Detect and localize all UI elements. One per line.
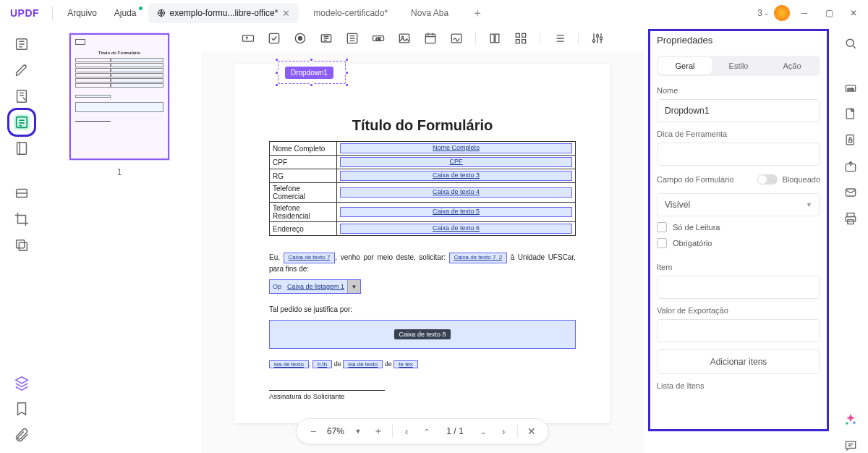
svg-rect-9	[269, 33, 278, 43]
comment-icon[interactable]	[843, 439, 858, 453]
minimize-button[interactable]: ─	[794, 4, 814, 22]
window-count[interactable]: 3 ⌄	[757, 8, 770, 18]
name-input[interactable]	[657, 99, 820, 122]
tab-label: modelo-certificado*	[313, 8, 388, 18]
list-tool-icon[interactable]	[552, 31, 566, 46]
form-mode-icon[interactable]	[14, 114, 30, 130]
form-title: Título do Formulário	[269, 117, 576, 134]
form-field[interactable]: Caixa de texto 5	[340, 207, 572, 217]
menu-help[interactable]: Ajuda	[107, 5, 144, 21]
annotate-icon[interactable]	[14, 62, 30, 78]
export-input[interactable]	[657, 319, 820, 342]
tab-style[interactable]: Estilo	[712, 57, 765, 75]
svg-rect-37	[847, 213, 854, 217]
table-row: EndereçoCaixa de texto 6	[270, 222, 576, 236]
listbox-tool-icon[interactable]	[345, 31, 359, 46]
form-field[interactable]: Caixa de texto 7_2	[449, 253, 508, 263]
button-tool-icon[interactable]: OK	[371, 31, 386, 46]
protect-icon[interactable]	[843, 133, 858, 148]
layers-icon[interactable]	[14, 375, 30, 391]
svg-text:OCR: OCR	[847, 88, 854, 91]
menu-file[interactable]: Arquivo	[60, 5, 104, 21]
grid-tool-icon[interactable]	[514, 31, 528, 46]
property-tabs: Geral Estilo Ação	[657, 56, 820, 76]
checkbox-tool-icon[interactable]	[267, 31, 281, 46]
crop-icon[interactable]	[14, 211, 30, 227]
textarea-field[interactable]: Caixa de texto 8	[269, 320, 576, 349]
tab-close-icon[interactable]: ✕	[282, 8, 290, 19]
form-field[interactable]: CPF	[340, 157, 572, 167]
close-zoom-button[interactable]: ✕	[525, 425, 538, 438]
up-page-button[interactable]: ⌃	[420, 425, 433, 438]
page-indicator[interactable]: 1 / 1	[441, 426, 469, 436]
reader-mode-icon[interactable]	[14, 36, 30, 52]
visibility-select[interactable]: Visível ▼	[657, 193, 820, 216]
radio-tool-icon[interactable]	[293, 31, 307, 46]
readonly-checkbox[interactable]: Só de Leitura	[657, 222, 820, 232]
table-row: RGCaixa de texto 3	[270, 169, 576, 183]
bookmark-icon[interactable]	[14, 401, 30, 417]
dropdown-tool-icon[interactable]	[319, 31, 333, 46]
settings-tool-icon[interactable]	[590, 31, 605, 46]
search-icon[interactable]	[843, 36, 858, 51]
svg-point-11	[298, 37, 302, 41]
document-tab[interactable]: modelo-certificado*	[305, 4, 396, 22]
close-window-button[interactable]: ✕	[843, 4, 864, 22]
tab-doc-icon	[157, 9, 166, 17]
share-icon[interactable]	[843, 159, 858, 174]
zoom-out-button[interactable]: −	[307, 425, 320, 438]
dropdown-chip: Dropdown1	[285, 67, 333, 79]
page-thumbnail[interactable]: Título do Formulário	[69, 33, 169, 160]
maximize-button[interactable]: ▢	[819, 4, 839, 22]
form-field[interactable]: Caixa de texto 7	[284, 253, 336, 263]
date-tool-icon[interactable]	[423, 31, 438, 46]
image-tool-icon[interactable]	[397, 31, 412, 46]
label-locked: Bloqueado	[782, 175, 820, 184]
titlebar-right: 3 ⌄ ─ ▢ ✕	[757, 4, 864, 22]
svg-rect-34	[849, 140, 852, 142]
email-icon[interactable]	[843, 185, 858, 200]
item-input[interactable]	[657, 276, 820, 299]
next-page-button[interactable]: ›	[497, 425, 510, 438]
convert-icon[interactable]	[843, 107, 858, 122]
document-tab[interactable]: Nova Aba	[402, 4, 457, 22]
print-icon[interactable]	[843, 211, 858, 226]
signature-tool-icon[interactable]	[449, 31, 464, 46]
zoom-value[interactable]: 67%	[327, 426, 344, 436]
redact-icon[interactable]	[14, 185, 30, 201]
compress-icon[interactable]	[14, 237, 30, 253]
pdf-page[interactable]: Dropdown1 Título do Formulário Nome Comp…	[234, 64, 610, 423]
organize-icon[interactable]	[14, 140, 30, 156]
tooltip-input[interactable]	[657, 143, 820, 166]
locked-toggle[interactable]	[757, 174, 778, 185]
new-tab-button[interactable]: ＋	[463, 1, 492, 25]
form-field[interactable]: Caixa de texto 4	[340, 187, 572, 198]
form-field[interactable]: Caixa de texto 6	[340, 224, 572, 234]
form-field[interactable]: Nome Completo	[340, 143, 572, 153]
form-table: Nome CompletoNome Completo CPFCPF RGCaix…	[269, 141, 576, 236]
listbox-field[interactable]: Op Caixa de listagem 1 ▼	[269, 279, 361, 294]
edit-icon[interactable]	[14, 88, 30, 104]
tab-action[interactable]: Ação	[765, 57, 819, 75]
attachment-icon[interactable]	[14, 427, 30, 443]
svg-rect-7	[19, 242, 27, 250]
tab-label: exemplo-formu...libre-office*	[170, 8, 278, 18]
ocr-icon[interactable]: OCR	[843, 81, 858, 96]
prev-page-button[interactable]: ‹	[400, 425, 413, 438]
zoom-in-button[interactable]: ＋	[372, 425, 385, 438]
svg-rect-20	[490, 34, 494, 43]
down-page-button[interactable]: ⌄	[477, 425, 490, 438]
document-tab-active[interactable]: exemplo-formu...libre-office* ✕	[148, 4, 299, 23]
ai-icon[interactable]	[843, 412, 858, 427]
add-item-button[interactable]: Adicionar itens	[657, 350, 820, 374]
svg-rect-22	[516, 33, 519, 37]
required-checkbox[interactable]: Obrigatório	[657, 238, 820, 248]
avatar[interactable]	[774, 5, 790, 21]
align-tool-icon[interactable]	[488, 31, 502, 46]
table-row: Telefone ComercialCaixa de texto 4	[270, 183, 576, 203]
textfield-tool-icon[interactable]	[241, 31, 255, 46]
selected-dropdown-field[interactable]: Dropdown1	[275, 58, 349, 87]
form-field[interactable]: Caixa de texto 3	[340, 171, 572, 181]
zoom-dropdown-icon[interactable]: ▼	[352, 425, 365, 438]
tab-general[interactable]: Geral	[658, 57, 712, 75]
